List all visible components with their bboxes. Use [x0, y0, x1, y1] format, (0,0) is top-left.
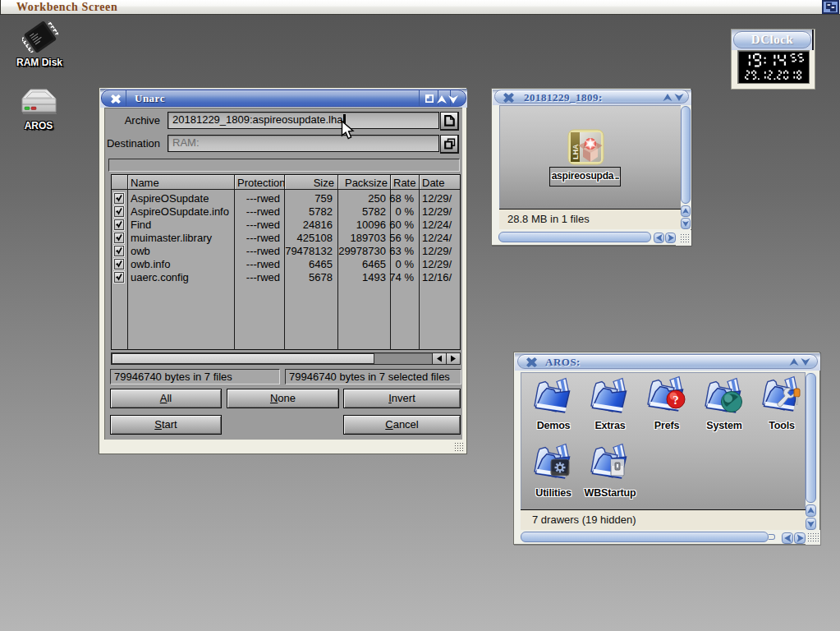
svg-text:LHA: LHA — [571, 144, 580, 159]
svg-text:?: ? — [672, 394, 679, 407]
